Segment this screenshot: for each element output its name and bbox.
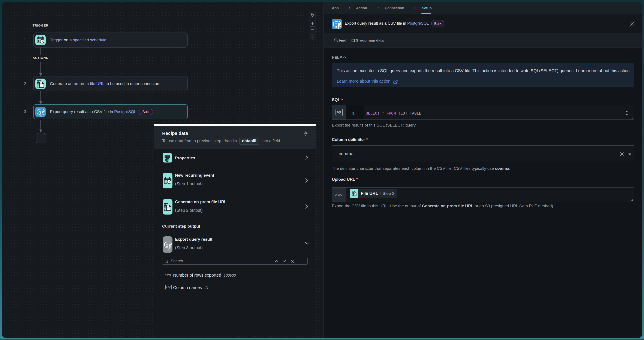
svg-text:ABC: ABC <box>166 286 171 289</box>
